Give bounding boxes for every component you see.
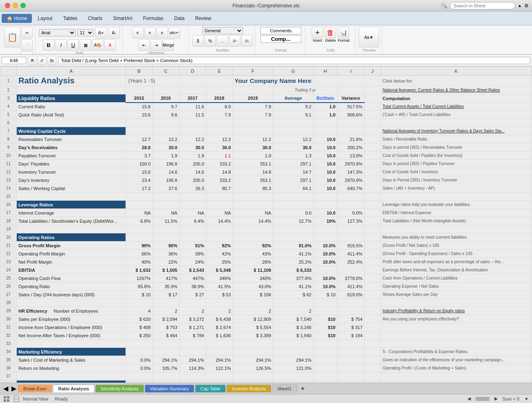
view-mode-normal[interactable]	[3, 396, 10, 402]
col-header-k[interactable]: K	[381, 67, 532, 76]
col-header-h[interactable]: H	[313, 67, 337, 76]
table-row: 8 Receivables Turnover 12.7 12.2 12.2 12…	[0, 135, 532, 143]
menu-bar: 🏠 Home Layout Tables Charts SmartArt For…	[0, 11, 532, 25]
add-sheet-button[interactable]: +	[299, 385, 306, 392]
traffic-lights[interactable]	[5, 3, 26, 8]
currency-button[interactable]: $	[192, 35, 204, 47]
table-row: 3 Liquidity Ratios 2015 2016 2017 2018 2…	[0, 94, 532, 103]
status-right: ◀ ||||||||||||| ▶ Sum = 0 ▼	[467, 396, 529, 401]
font-family-select[interactable]: Arial	[39, 29, 76, 36]
formula-insert-button[interactable]: fx	[47, 56, 56, 65]
sum-display: Sum = 0	[503, 396, 519, 401]
view-mode-page[interactable]	[13, 396, 20, 402]
format-painter-button[interactable]: 🖌	[21, 51, 33, 55]
formula-cancel-button[interactable]: ✕	[28, 56, 37, 65]
dec-dec-button[interactable]: .0↓	[241, 35, 253, 47]
menu-item-formulas[interactable]: Formulas	[138, 14, 168, 23]
align-right-button[interactable]: ≡	[157, 27, 168, 38]
tab-break-even[interactable]: Break-Even	[18, 385, 52, 392]
font-label: Font	[76, 51, 83, 55]
formula-input[interactable]	[58, 57, 530, 64]
col-header-i[interactable]: I	[337, 67, 364, 76]
col-header-e[interactable]: E	[206, 67, 233, 76]
col-header-f[interactable]: F	[233, 67, 273, 76]
menu-item-home[interactable]: 🏠 Home	[2, 14, 32, 23]
scroll-left-button[interactable]: ◀	[467, 396, 471, 401]
scroll-right-button[interactable]: ▶	[494, 396, 498, 401]
underline-button[interactable]: U	[67, 39, 79, 51]
col-header-c[interactable]: C	[153, 67, 179, 76]
ribbon: 📋 ✂ 📄 🖌 Edit Arial 11 A+ A- B I U ▦ A🎨	[0, 25, 532, 55]
table-row: 21 Gross Profit Margin 90% 90% 91% 92% 9…	[0, 242, 532, 250]
tab-sensitivity-analysis[interactable]: Sensitivity Analysis	[95, 385, 144, 392]
insert-button[interactable]: +	[312, 27, 323, 38]
col-header-b[interactable]: B	[126, 67, 152, 76]
ribbon-group-alignment: ≡ ≡ ≡ abc↵ ⇤ ⇥ Merge Alignment	[123, 26, 189, 53]
ribbon-group-font: Arial 11 A+ A- B I U ▦ A🎨 A Font	[36, 26, 123, 53]
maximize-button[interactable]	[20, 3, 26, 8]
bold-button[interactable]: B	[43, 39, 54, 51]
cut-button[interactable]: ✂	[21, 27, 33, 38]
font-color-button[interactable]: A	[104, 39, 116, 51]
table-row: 14 Sales / Working Capital 17.2 27.6 26.…	[0, 184, 532, 193]
ribbon-group-cells: + Insert 🗑 Delete 📊 Format Cells	[306, 26, 355, 53]
copy-button[interactable]: 📄	[21, 39, 33, 51]
status-normal-view: Normal View	[23, 396, 48, 401]
close-button[interactable]	[5, 3, 10, 8]
formula-confirm-button[interactable]: ✓	[38, 56, 47, 65]
fill-color-button[interactable]: A🎨	[92, 39, 103, 51]
menu-item-tables[interactable]: Tables	[58, 14, 82, 23]
menu-item-data[interactable]: Data	[169, 14, 189, 23]
tab-ratio-analysis[interactable]: Ratio Analysis	[53, 385, 94, 392]
menu-item-charts[interactable]: Charts	[83, 14, 107, 23]
comma-button[interactable]: ,	[217, 35, 228, 47]
chevron-up-icon: ▲	[518, 3, 522, 8]
font-decrease-button[interactable]: A-	[108, 27, 120, 38]
align-center-button[interactable]: ≡	[144, 27, 156, 38]
next-sheet-button[interactable]: ▶	[10, 385, 18, 392]
number-format-select[interactable]: General	[202, 27, 243, 34]
border-button[interactable]: ▦	[80, 39, 91, 51]
merge-button[interactable]: Merge	[163, 39, 174, 51]
indent-dec-button[interactable]: ⇤	[138, 39, 150, 51]
align-left-button[interactable]: ≡	[132, 27, 144, 38]
italic-button[interactable]: I	[55, 39, 67, 51]
menu-item-smartart[interactable]: SmartArt	[108, 14, 137, 23]
table-row: 29 HR Efficiency Number of Employees 4 2…	[0, 307, 532, 315]
font-increase-button[interactable]: A+	[95, 27, 107, 38]
themes-button[interactable]: Aa▼	[359, 27, 379, 47]
wrap-text-button[interactable]: abc↵	[169, 27, 180, 38]
delete-button[interactable]: 🗑	[325, 27, 336, 38]
percent-button[interactable]: %	[204, 35, 216, 47]
col-header-g[interactable]: G	[273, 67, 314, 76]
tab-sheet1[interactable]: Sheet1	[272, 385, 297, 392]
search-input[interactable]	[450, 2, 515, 9]
table-row: 16 Leverage Ratios Leverage ratios help …	[0, 201, 532, 209]
tab-cap-table[interactable]: Cap Table	[195, 385, 226, 392]
col-header-a[interactable]: A	[17, 67, 126, 76]
paste-button[interactable]: 📋	[4, 27, 20, 47]
tab-valuation-summary[interactable]: Valuation Summary	[145, 385, 194, 392]
col-header-rownum	[0, 67, 17, 76]
table-row: 10 Payables Turnover 3.7 1.9 1.9 1.1 1.0…	[0, 152, 532, 160]
col-header-j[interactable]: J	[364, 67, 381, 76]
tab-investor-analysis[interactable]: Investor Analysis	[227, 385, 271, 392]
menu-item-review[interactable]: Review	[190, 14, 216, 23]
table-row: 26 Operating Ratio 65.8% 35.9% 38.9% 41.…	[0, 282, 532, 291]
menu-item-layout[interactable]: Layout	[33, 14, 57, 23]
prev-sheet-button[interactable]: ◀	[2, 385, 10, 392]
dec-inc-button[interactable]: .0↑	[229, 35, 240, 47]
minimize-button[interactable]	[13, 3, 18, 8]
table-row: 2 Trailing 3 yr National Averages: Curre…	[0, 86, 532, 94]
font-size-select[interactable]: 11	[77, 29, 94, 36]
table-row: 17 Interest Coverage NA NA NA NA NA 0.0 …	[0, 209, 532, 217]
cell-reference-input[interactable]	[2, 57, 26, 64]
indent-inc-button[interactable]: ⇥	[150, 39, 162, 51]
format-cell-button[interactable]: 📊	[338, 27, 349, 38]
ribbon-group-themes: Aa▼ Themes	[356, 26, 382, 53]
table-row: 27 Sales / Day (244 business days) (000)…	[0, 291, 532, 299]
title-bar: Financials--Comprehensive.xls 🔍 ▲ ⚙	[0, 0, 532, 11]
sum-dropdown[interactable]: ▼	[524, 396, 529, 401]
data-area[interactable]: A B C D E F G H I J K 1 Ratio Analysis	[0, 66, 532, 383]
col-header-d[interactable]: D	[179, 67, 206, 76]
